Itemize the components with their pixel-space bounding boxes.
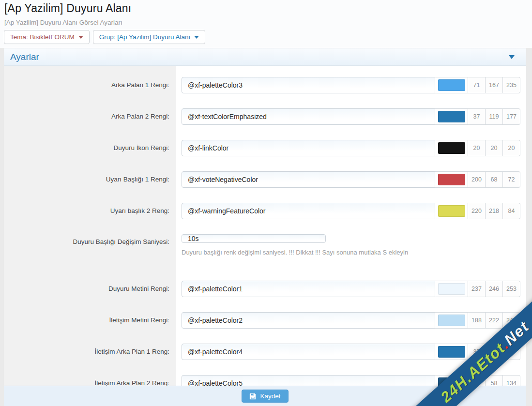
rgb-b-field[interactable]: 177 [503,108,520,125]
settings-form: Arka Palan 1 Rengi: @xf-paletteColor3 71… [4,66,526,386]
chevron-down-icon [78,36,83,39]
color-swatch [438,346,465,358]
filter-buttons-row: Tema: BisikletFORUM Grup: [Ap Yazilim] D… [4,30,205,44]
save-button-label: Kaydet [260,392,280,400]
color-swatch-cell[interactable] [435,312,468,329]
setting-content: @xf-voteNegativeColor 200 68 72 [176,171,526,188]
rgb-r-field[interactable]: 188 [468,312,486,329]
color-input-group: @xf-linkColor 20 20 20 [182,140,520,156]
rgb-r-field[interactable]: 237 [468,281,486,297]
setting-label: İletişim Arka Plan 1 Reng: [4,348,176,355]
setting-label: İletişim Arka Plan 2 Reng: [4,379,176,386]
group-dropdown-label: Grup: [Ap Yazilim] Duyuru Alanı [99,33,191,41]
rgb-g-field[interactable]: 218 [486,203,503,219]
page-title: [Ap Yazilim] Duyuru Alanı [4,2,532,15]
color-input-group: @xf-warningFeatureColor 220 218 84 [182,203,520,219]
setting-hint: Duyuru başlığı renk değişimi saniyesi. !… [182,249,526,256]
color-input-group: @xf-voteNegativeColor 200 68 72 [182,171,520,188]
setting-content: @xf-paletteColor2 188 222 245 [176,312,526,329]
color-swatch [438,283,465,295]
setting-label: İletişim Metini Rengi: [4,316,176,324]
color-variable-input[interactable]: @xf-voteNegativeColor [182,171,435,188]
settings-panel-header[interactable]: Ayarlar [4,48,526,66]
form-rows-container: Arka Palan 1 Rengi: @xf-paletteColor3 71… [4,69,526,386]
rgb-g-field[interactable]: 222 [486,312,503,329]
color-input-group: @xf-paletteColor3 71 167 235 [182,77,520,93]
setting-content: @xf-warningFeatureColor 220 218 84 [176,203,526,219]
setting-label: Duyuru Metini Rengi: [4,285,176,292]
color-setting-row: İletişim Metini Rengi: @xf-paletteColor2… [4,304,526,336]
theme-dropdown-label: Tema: BisikletFORUM [10,33,75,41]
color-swatch-cell[interactable] [435,344,468,360]
color-variable-input[interactable]: @xf-textColorEmphasized [182,108,435,125]
color-variable-input[interactable]: @xf-paletteColor1 [182,281,435,297]
setting-label: Uyarı Başlığı 1 Rengi: [4,176,176,183]
color-variable-input[interactable]: @xf-paletteColor5 [182,375,435,386]
color-swatch-cell[interactable] [435,281,468,297]
color-variable-input[interactable]: @xf-paletteColor4 [182,344,435,360]
setting-label: Arka Palan 1 Rengi: [4,81,176,89]
color-setting-row: Arka Palan 2 Rengi: @xf-textColorEmphasi… [4,101,526,132]
setting-content: 10s Duyuru başlığı renk değişimi saniyes… [176,226,526,256]
color-setting-row: Arka Palan 1 Rengi: @xf-paletteColor3 71… [4,69,526,101]
page-subtitle: [Ap Yazilim] Duyuru Alanı Görsel Ayarlar… [4,19,532,26]
color-swatch [438,174,465,185]
color-setting-row: İletişim Arka Plan 1 Reng: @xf-paletteCo… [4,336,526,367]
admin-settings-page: [Ap Yazilim] Duyuru Alanı [Ap Yazilim] D… [0,0,532,406]
color-swatch [438,315,465,326]
rgb-b-field[interactable]: 84 [503,203,520,219]
rgb-r-field[interactable]: 220 [468,203,486,219]
setting-content: @xf-paletteColor3 71 167 235 [176,77,526,93]
color-swatch [438,205,465,217]
text-setting-row: Duyuru Başlığı Değişim Saniyesi: 10s Duy… [4,226,526,273]
rgb-g-field[interactable]: 246 [486,281,503,297]
rgb-r-field[interactable]: 20 [468,140,486,156]
setting-content: @xf-linkColor 20 20 20 [176,140,526,156]
seconds-input[interactable]: 10s [182,234,326,243]
rgb-g-field[interactable]: 20 [486,140,503,156]
rgb-r-field[interactable]: 200 [468,171,486,188]
color-swatch-cell[interactable] [435,203,468,219]
setting-content: @xf-paletteColor1 237 246 253 [176,281,526,297]
chevron-down-icon [194,36,199,39]
rgb-b-field[interactable]: 72 [503,171,520,188]
color-swatch-cell[interactable] [435,108,468,125]
color-input-group: @xf-textColorEmphasized 37 119 177 [182,108,520,125]
setting-label: Uyarı başlık 2 Reng: [4,207,176,214]
rgb-g-field[interactable]: 68 [486,171,503,188]
color-variable-input[interactable]: @xf-paletteColor2 [182,312,435,329]
setting-label: Duyuru İkon Rengi: [4,144,176,151]
setting-label: Arka Palan 2 Rengi: [4,113,176,120]
settings-panel-title: Ayarlar [10,52,39,62]
setting-label: Duyuru Başlığı Değişim Saniyesi: [4,226,176,245]
save-button[interactable]: Kaydet [242,390,288,403]
color-swatch-cell[interactable] [435,77,468,93]
color-setting-row: Duyuru Metini Rengi: @xf-paletteColor1 2… [4,273,526,304]
color-swatch-cell[interactable] [435,171,468,188]
setting-content: @xf-textColorEmphasized 37 119 177 [176,108,526,125]
group-dropdown-button[interactable]: Grup: [Ap Yazilim] Duyuru Alanı [93,30,206,44]
color-setting-row: Duyuru İkon Rengi: @xf-linkColor 20 20 2… [4,132,526,164]
rgb-g-field[interactable]: 119 [486,108,503,125]
color-variable-input[interactable]: @xf-warningFeatureColor [182,203,435,219]
color-swatch [438,79,465,91]
rgb-r-field[interactable]: 37 [468,108,486,125]
rgb-b-field[interactable]: 134 [503,375,520,386]
rgb-g-field[interactable]: 167 [486,77,503,93]
color-input-group: @xf-paletteColor2 188 222 245 [182,312,520,329]
rgb-b-field[interactable]: 235 [503,77,520,93]
rgb-r-field[interactable]: 71 [468,77,486,93]
color-swatch [438,111,465,122]
rgb-b-field[interactable]: 20 [503,140,520,156]
color-variable-input[interactable]: @xf-linkColor [182,140,435,156]
settings-panel: Ayarlar Arka Palan 1 Rengi: @xf-paletteC… [4,48,526,406]
color-swatch [438,142,465,154]
collapse-chevron-icon[interactable] [509,55,515,59]
theme-dropdown-button[interactable]: Tema: BisikletFORUM [4,30,90,44]
color-swatch-cell[interactable] [435,140,468,156]
floppy-save-icon [249,393,256,400]
color-setting-row: Uyarı başlık 2 Reng: @xf-warningFeatureC… [4,195,526,226]
color-input-group: @xf-paletteColor1 237 246 253 [182,281,520,297]
color-variable-input[interactable]: @xf-paletteColor3 [182,77,435,93]
rgb-b-field[interactable]: 253 [503,281,520,297]
